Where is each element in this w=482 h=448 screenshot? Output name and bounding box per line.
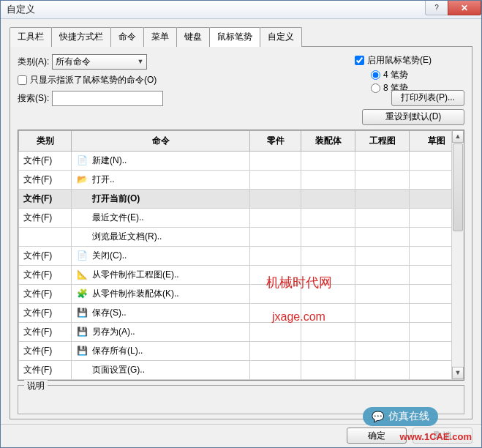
chevron-down-icon: ▼ <box>137 58 143 65</box>
command-label: 保存(S).. <box>92 307 127 319</box>
cell-gesture[interactable] <box>250 303 301 322</box>
tab-0[interactable]: 工具栏 <box>10 27 52 47</box>
cell-gesture[interactable] <box>250 151 301 170</box>
only-assigned-checkbox[interactable]: 只显示指派了鼠标笔势的命令(O) <box>18 74 157 86</box>
blank-icon <box>76 364 88 376</box>
cell-gesture[interactable] <box>355 322 410 341</box>
cell-gesture[interactable] <box>301 208 355 227</box>
cell-gesture[interactable] <box>250 360 301 379</box>
cell-gesture[interactable] <box>355 303 410 322</box>
tab-3[interactable]: 菜单 <box>143 27 177 47</box>
cell-gesture[interactable] <box>301 189 355 208</box>
gesture-radio-input-4[interactable] <box>371 70 380 80</box>
cell-category: 文件(F) <box>19 208 72 227</box>
column-header[interactable]: 类别 <box>19 130 72 151</box>
cell-gesture[interactable] <box>301 360 355 379</box>
cell-gesture[interactable] <box>250 265 301 284</box>
cell-gesture[interactable] <box>250 227 301 246</box>
cell-gesture[interactable] <box>355 284 410 303</box>
command-label: 打开当前(O) <box>92 193 140 205</box>
open-icon: 📂 <box>76 173 88 185</box>
tab-5[interactable]: 鼠标笔势 <box>209 27 260 47</box>
cell-gesture[interactable] <box>355 265 410 284</box>
only-assigned-input[interactable] <box>18 75 27 85</box>
category-combo[interactable]: 所有命令 ▼ <box>52 54 147 70</box>
cell-gesture[interactable] <box>355 189 410 208</box>
table-row[interactable]: 文件(F)💾保存所有(L).. <box>19 341 464 360</box>
table-row[interactable]: 文件(F)最近文件(E).. <box>19 208 464 227</box>
table-row[interactable]: 文件(F)📐从零件制作工程图(E).. <box>19 265 464 284</box>
cell-command: 💾保存(S).. <box>72 303 250 322</box>
table-row[interactable]: 文件(F)📄关闭(C).. <box>19 246 464 265</box>
cell-gesture[interactable] <box>301 151 355 170</box>
tab-4[interactable]: 键盘 <box>176 27 210 47</box>
table-row[interactable]: 文件(F)打开当前(O) <box>19 189 464 208</box>
table-row[interactable]: 文件(F)📄新建(N).. <box>19 151 464 170</box>
cell-gesture[interactable] <box>301 265 355 284</box>
cell-category: 文件(F) <box>19 360 72 379</box>
table-row[interactable]: 文件(F)🧩从零件制作装配体(K).. <box>19 284 464 303</box>
enable-gestures-input[interactable] <box>355 56 364 65</box>
cell-gesture[interactable] <box>355 246 410 265</box>
cell-command: 页面设置(G).. <box>72 360 250 379</box>
cell-gesture[interactable] <box>250 170 301 189</box>
cell-gesture[interactable] <box>250 189 301 208</box>
cell-gesture[interactable] <box>355 227 410 246</box>
command-label: 从零件制作工程图(E).. <box>92 269 179 281</box>
table-row[interactable]: 文件(F)💾保存(S).. <box>19 303 464 322</box>
cell-gesture[interactable] <box>250 322 301 341</box>
command-label: 打开.. <box>92 173 115 186</box>
saveas-icon: 💾 <box>76 326 88 337</box>
tab-6[interactable]: 自定义 <box>260 27 302 47</box>
command-label: 关闭(C).. <box>92 250 127 262</box>
scrollbar-thumb[interactable] <box>453 143 463 231</box>
column-header[interactable]: 零件 <box>250 130 301 151</box>
description-label: 说明 <box>24 380 48 392</box>
blank-icon <box>76 212 88 223</box>
column-header[interactable]: 工程图 <box>355 130 410 151</box>
reset-defaults-button[interactable]: 重设到默认(D) <box>362 109 464 125</box>
column-header[interactable]: 命令 <box>72 130 250 151</box>
cell-gesture[interactable] <box>355 151 410 170</box>
vertical-scrollbar[interactable]: ▲ ▼ <box>451 130 464 379</box>
cell-gesture[interactable] <box>301 170 355 189</box>
cell-gesture[interactable] <box>250 246 301 265</box>
cell-gesture[interactable] <box>355 341 410 360</box>
chat-icon: 💬 <box>372 411 384 422</box>
enable-gestures-checkbox[interactable]: 启用鼠标笔势(E) <box>355 54 432 67</box>
category-value: 所有命令 <box>56 56 91 68</box>
table-row[interactable]: 浏览最近文档(R).. <box>19 227 464 246</box>
cell-gesture[interactable] <box>250 284 301 303</box>
tab-1[interactable]: 快捷方式栏 <box>51 27 111 47</box>
cell-gesture[interactable] <box>301 322 355 341</box>
gesture-radio-4[interactable]: 4 笔势 <box>371 68 464 81</box>
cell-gesture[interactable] <box>301 341 355 360</box>
cell-gesture[interactable] <box>301 246 355 265</box>
category-label: 类别(A): <box>18 56 49 68</box>
cell-gesture[interactable] <box>355 208 410 227</box>
scroll-down-icon[interactable]: ▼ <box>452 367 464 379</box>
print-list-button[interactable]: 打印列表(P)... <box>391 90 464 106</box>
command-label: 从零件制作装配体(K).. <box>92 288 179 300</box>
help-icon[interactable]: ? <box>425 1 448 15</box>
cell-gesture[interactable] <box>355 360 410 379</box>
scroll-up-icon[interactable]: ▲ <box>452 130 464 143</box>
cell-category: 文件(F) <box>19 341 72 360</box>
tab-2[interactable]: 命令 <box>110 27 144 47</box>
cell-gesture[interactable] <box>250 341 301 360</box>
cell-category: 文件(F) <box>19 151 72 170</box>
cell-gesture[interactable] <box>355 170 410 189</box>
cell-gesture[interactable] <box>250 208 301 227</box>
ok-button[interactable]: 确定 <box>347 428 407 444</box>
cell-gesture[interactable] <box>301 303 355 322</box>
cell-gesture[interactable] <box>301 227 355 246</box>
table-row[interactable]: 文件(F)📂打开.. <box>19 170 464 189</box>
cell-category <box>19 227 72 246</box>
column-header[interactable]: 装配体 <box>301 130 355 151</box>
close-icon[interactable]: ✕ <box>448 1 481 15</box>
cell-category: 文件(F) <box>19 170 72 189</box>
cell-command: 打开当前(O) <box>72 189 250 208</box>
table-row[interactable]: 文件(F)页面设置(G).. <box>19 360 464 379</box>
table-row[interactable]: 文件(F)💾另存为(A).. <box>19 322 464 341</box>
cell-gesture[interactable] <box>301 284 355 303</box>
